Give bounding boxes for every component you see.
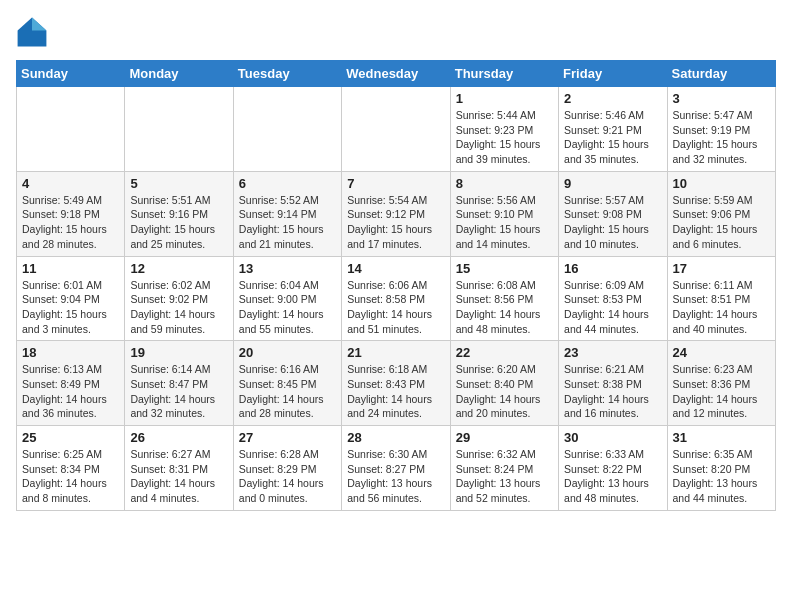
weekday-header: Monday — [125, 61, 233, 87]
calendar-cell: 2Sunrise: 5:46 AMSunset: 9:21 PMDaylight… — [559, 87, 667, 172]
day-number: 7 — [347, 176, 444, 191]
day-info: Sunrise: 6:20 AMSunset: 8:40 PMDaylight:… — [456, 362, 553, 421]
day-number: 2 — [564, 91, 661, 106]
day-info: Sunrise: 6:27 AMSunset: 8:31 PMDaylight:… — [130, 447, 227, 506]
logo-icon — [16, 16, 48, 48]
weekday-header: Tuesday — [233, 61, 341, 87]
day-number: 21 — [347, 345, 444, 360]
weekday-header: Sunday — [17, 61, 125, 87]
calendar-cell: 21Sunrise: 6:18 AMSunset: 8:43 PMDayligh… — [342, 341, 450, 426]
day-info: Sunrise: 5:52 AMSunset: 9:14 PMDaylight:… — [239, 193, 336, 252]
day-info: Sunrise: 6:02 AMSunset: 9:02 PMDaylight:… — [130, 278, 227, 337]
calendar-cell: 30Sunrise: 6:33 AMSunset: 8:22 PMDayligh… — [559, 426, 667, 511]
calendar-cell: 28Sunrise: 6:30 AMSunset: 8:27 PMDayligh… — [342, 426, 450, 511]
day-number: 24 — [673, 345, 770, 360]
day-number: 20 — [239, 345, 336, 360]
calendar-cell: 22Sunrise: 6:20 AMSunset: 8:40 PMDayligh… — [450, 341, 558, 426]
weekday-header: Thursday — [450, 61, 558, 87]
calendar-cell: 8Sunrise: 5:56 AMSunset: 9:10 PMDaylight… — [450, 171, 558, 256]
page-header — [16, 16, 776, 48]
day-info: Sunrise: 6:01 AMSunset: 9:04 PMDaylight:… — [22, 278, 119, 337]
calendar-header-row: SundayMondayTuesdayWednesdayThursdayFrid… — [17, 61, 776, 87]
weekday-header: Friday — [559, 61, 667, 87]
calendar-cell: 16Sunrise: 6:09 AMSunset: 8:53 PMDayligh… — [559, 256, 667, 341]
calendar-cell: 26Sunrise: 6:27 AMSunset: 8:31 PMDayligh… — [125, 426, 233, 511]
calendar-cell: 4Sunrise: 5:49 AMSunset: 9:18 PMDaylight… — [17, 171, 125, 256]
day-number: 5 — [130, 176, 227, 191]
day-info: Sunrise: 6:14 AMSunset: 8:47 PMDaylight:… — [130, 362, 227, 421]
calendar-cell — [17, 87, 125, 172]
day-info: Sunrise: 6:11 AMSunset: 8:51 PMDaylight:… — [673, 278, 770, 337]
calendar-cell — [125, 87, 233, 172]
day-info: Sunrise: 6:28 AMSunset: 8:29 PMDaylight:… — [239, 447, 336, 506]
calendar-week-row: 4Sunrise: 5:49 AMSunset: 9:18 PMDaylight… — [17, 171, 776, 256]
day-info: Sunrise: 5:59 AMSunset: 9:06 PMDaylight:… — [673, 193, 770, 252]
calendar-cell: 6Sunrise: 5:52 AMSunset: 9:14 PMDaylight… — [233, 171, 341, 256]
day-number: 27 — [239, 430, 336, 445]
day-number: 4 — [22, 176, 119, 191]
calendar-week-row: 1Sunrise: 5:44 AMSunset: 9:23 PMDaylight… — [17, 87, 776, 172]
day-info: Sunrise: 5:51 AMSunset: 9:16 PMDaylight:… — [130, 193, 227, 252]
day-number: 30 — [564, 430, 661, 445]
calendar-cell: 20Sunrise: 6:16 AMSunset: 8:45 PMDayligh… — [233, 341, 341, 426]
day-number: 19 — [130, 345, 227, 360]
day-info: Sunrise: 6:35 AMSunset: 8:20 PMDaylight:… — [673, 447, 770, 506]
calendar-cell: 13Sunrise: 6:04 AMSunset: 9:00 PMDayligh… — [233, 256, 341, 341]
calendar-cell: 23Sunrise: 6:21 AMSunset: 8:38 PMDayligh… — [559, 341, 667, 426]
calendar-table: SundayMondayTuesdayWednesdayThursdayFrid… — [16, 60, 776, 511]
day-info: Sunrise: 6:21 AMSunset: 8:38 PMDaylight:… — [564, 362, 661, 421]
calendar-week-row: 25Sunrise: 6:25 AMSunset: 8:34 PMDayligh… — [17, 426, 776, 511]
day-number: 14 — [347, 261, 444, 276]
day-info: Sunrise: 6:33 AMSunset: 8:22 PMDaylight:… — [564, 447, 661, 506]
day-number: 22 — [456, 345, 553, 360]
day-number: 17 — [673, 261, 770, 276]
day-number: 16 — [564, 261, 661, 276]
calendar-cell: 10Sunrise: 5:59 AMSunset: 9:06 PMDayligh… — [667, 171, 775, 256]
day-number: 1 — [456, 91, 553, 106]
calendar-cell: 27Sunrise: 6:28 AMSunset: 8:29 PMDayligh… — [233, 426, 341, 511]
calendar-cell: 29Sunrise: 6:32 AMSunset: 8:24 PMDayligh… — [450, 426, 558, 511]
day-number: 23 — [564, 345, 661, 360]
day-number: 8 — [456, 176, 553, 191]
day-info: Sunrise: 5:47 AMSunset: 9:19 PMDaylight:… — [673, 108, 770, 167]
calendar-week-row: 18Sunrise: 6:13 AMSunset: 8:49 PMDayligh… — [17, 341, 776, 426]
calendar-week-row: 11Sunrise: 6:01 AMSunset: 9:04 PMDayligh… — [17, 256, 776, 341]
logo — [16, 16, 52, 48]
day-number: 13 — [239, 261, 336, 276]
day-number: 31 — [673, 430, 770, 445]
calendar-cell: 5Sunrise: 5:51 AMSunset: 9:16 PMDaylight… — [125, 171, 233, 256]
day-number: 6 — [239, 176, 336, 191]
day-number: 25 — [22, 430, 119, 445]
day-number: 29 — [456, 430, 553, 445]
calendar-cell: 25Sunrise: 6:25 AMSunset: 8:34 PMDayligh… — [17, 426, 125, 511]
calendar-cell: 18Sunrise: 6:13 AMSunset: 8:49 PMDayligh… — [17, 341, 125, 426]
day-number: 3 — [673, 91, 770, 106]
calendar-cell: 24Sunrise: 6:23 AMSunset: 8:36 PMDayligh… — [667, 341, 775, 426]
weekday-header: Saturday — [667, 61, 775, 87]
day-info: Sunrise: 6:25 AMSunset: 8:34 PMDaylight:… — [22, 447, 119, 506]
day-number: 11 — [22, 261, 119, 276]
day-info: Sunrise: 6:30 AMSunset: 8:27 PMDaylight:… — [347, 447, 444, 506]
day-number: 26 — [130, 430, 227, 445]
day-info: Sunrise: 6:06 AMSunset: 8:58 PMDaylight:… — [347, 278, 444, 337]
day-number: 9 — [564, 176, 661, 191]
calendar-cell: 7Sunrise: 5:54 AMSunset: 9:12 PMDaylight… — [342, 171, 450, 256]
day-info: Sunrise: 5:54 AMSunset: 9:12 PMDaylight:… — [347, 193, 444, 252]
day-info: Sunrise: 6:23 AMSunset: 8:36 PMDaylight:… — [673, 362, 770, 421]
calendar-cell — [342, 87, 450, 172]
day-number: 15 — [456, 261, 553, 276]
day-info: Sunrise: 5:56 AMSunset: 9:10 PMDaylight:… — [456, 193, 553, 252]
day-info: Sunrise: 5:44 AMSunset: 9:23 PMDaylight:… — [456, 108, 553, 167]
day-info: Sunrise: 5:57 AMSunset: 9:08 PMDaylight:… — [564, 193, 661, 252]
day-info: Sunrise: 6:13 AMSunset: 8:49 PMDaylight:… — [22, 362, 119, 421]
calendar-cell: 12Sunrise: 6:02 AMSunset: 9:02 PMDayligh… — [125, 256, 233, 341]
calendar-cell: 3Sunrise: 5:47 AMSunset: 9:19 PMDaylight… — [667, 87, 775, 172]
calendar-cell — [233, 87, 341, 172]
day-info: Sunrise: 6:16 AMSunset: 8:45 PMDaylight:… — [239, 362, 336, 421]
day-info: Sunrise: 5:49 AMSunset: 9:18 PMDaylight:… — [22, 193, 119, 252]
svg-marker-1 — [32, 18, 46, 31]
calendar-cell: 31Sunrise: 6:35 AMSunset: 8:20 PMDayligh… — [667, 426, 775, 511]
calendar-cell: 11Sunrise: 6:01 AMSunset: 9:04 PMDayligh… — [17, 256, 125, 341]
day-info: Sunrise: 6:18 AMSunset: 8:43 PMDaylight:… — [347, 362, 444, 421]
day-info: Sunrise: 5:46 AMSunset: 9:21 PMDaylight:… — [564, 108, 661, 167]
